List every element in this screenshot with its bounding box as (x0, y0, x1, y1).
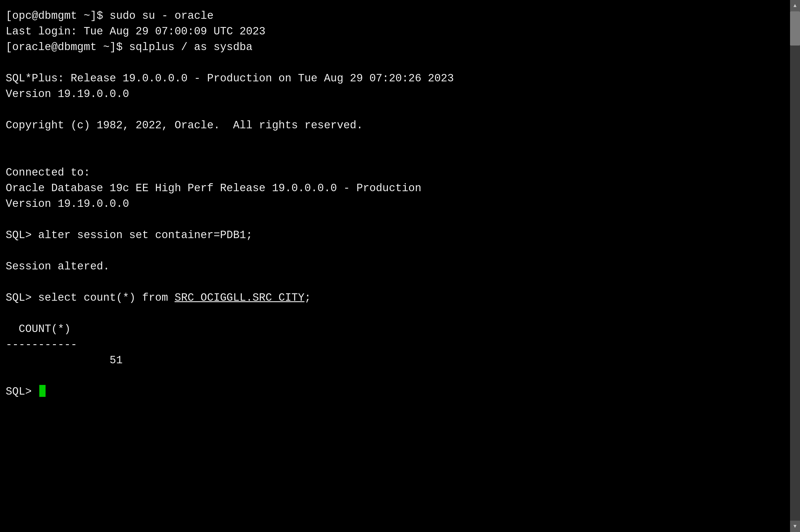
terminal-line: Connected to: (6, 165, 763, 180)
terminal-line-empty (6, 102, 763, 117)
terminal-line-empty (6, 149, 763, 165)
terminal-line: Last login: Tue Aug 29 07:00:09 UTC 2023 (6, 24, 763, 39)
terminal-line-empty (6, 368, 763, 384)
scrollbar-track: ▲ ▼ (790, 0, 800, 532)
scrollbar-up-arrow[interactable]: ▲ (790, 0, 800, 12)
terminal-line-empty (6, 274, 763, 290)
terminal-line-empty (6, 133, 763, 149)
terminal-cursor (39, 385, 46, 397)
copyright-line: Copyright (c) 1982, 2022, Oracle. All ri… (6, 117, 763, 133)
connected-db-line: Oracle Database 19c EE High Perf Release… (6, 180, 763, 196)
count-separator: ----------- (6, 337, 763, 353)
count-header: COUNT(*) (6, 321, 763, 337)
alter-session-line: SQL> alter session set container=PDB1; (6, 227, 763, 243)
terminal-line-empty (6, 243, 763, 259)
scrollbar-down-arrow[interactable]: ▼ (790, 520, 800, 532)
terminal-line-empty (6, 212, 763, 227)
terminal-line: Version 19.19.0.0.0 (6, 86, 763, 102)
terminal-line-empty (6, 55, 763, 71)
select-query-line: SQL> select count(*) from SRC_OCIGGLL.SR… (6, 290, 763, 306)
terminal-line: SQL*Plus: Release 19.0.0.0.0 - Productio… (6, 71, 763, 86)
terminal-window: [opc@dbmgmt ~]$ sudo su - oracle Last lo… (0, 0, 769, 532)
scrollbar-thumb[interactable] (790, 12, 800, 45)
count-value: 51 (6, 353, 763, 368)
terminal-line: [opc@dbmgmt ~]$ sudo su - oracle (6, 8, 763, 24)
table-name: SRC_OCIGGLL.SRC_CITY (175, 291, 305, 304)
sql-prompt-line[interactable]: SQL> (6, 384, 763, 399)
session-altered-line: Session altered. (6, 259, 763, 274)
terminal-line: Version 19.19.0.0.0 (6, 196, 763, 212)
terminal-line-empty (6, 306, 763, 321)
terminal-line: [oracle@dbmgmt ~]$ sqlplus / as sysdba (6, 39, 763, 55)
